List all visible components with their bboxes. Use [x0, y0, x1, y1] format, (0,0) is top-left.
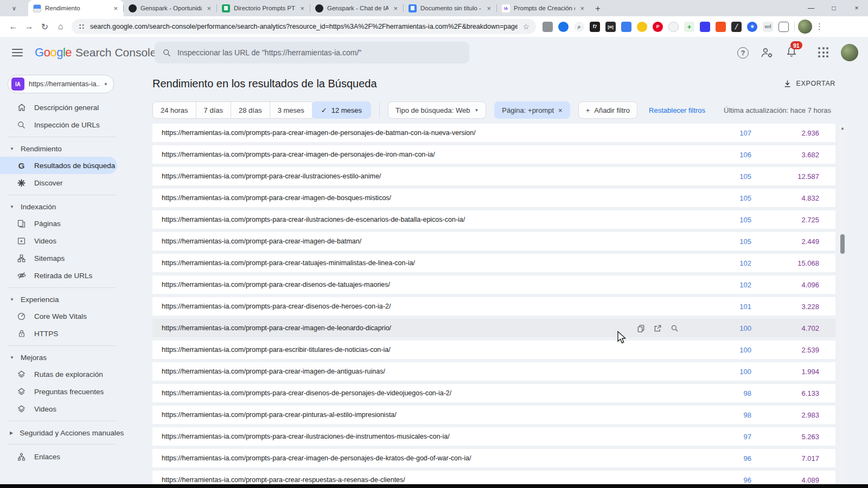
page-url[interactable]: https://herramientas-ia.com/prompt-para-…: [162, 194, 692, 202]
keepa-icon[interactable]: [700, 22, 710, 32]
compass-icon[interactable]: [668, 22, 679, 32]
tab-rendimiento[interactable]: Rendimiento ×: [28, 0, 124, 16]
url-text[interactable]: search.google.com/search-console/perform…: [90, 23, 518, 30]
table-row[interactable]: https://herramientas-ia.com/prompt-para-…: [152, 275, 835, 294]
page-filter-chip[interactable]: Página: +prompt ×: [494, 101, 570, 119]
tab-documento-sin-titulo[interactable]: Documento sin título - Docum ×: [404, 0, 497, 16]
range-12-meses[interactable]: ✓12 meses: [312, 101, 371, 119]
add-filter-button[interactable]: + Añadir filtro: [578, 101, 637, 119]
browser-blue-icon[interactable]: [558, 22, 569, 32]
tab-genspark-chat[interactable]: Genspark - Chat de IA ×: [310, 0, 404, 16]
pinterest-icon[interactable]: P: [653, 22, 663, 32]
site-info-icon[interactable]: [78, 23, 85, 30]
remove-filter-icon[interactable]: ×: [558, 106, 563, 114]
sidebar-item-core-web-vitals[interactable]: Core Web Vitals: [0, 307, 117, 325]
table-row[interactable]: https://herramientas-ia.com/prompt-para-…: [152, 406, 835, 424]
page-url[interactable]: https://herramientas-ia.com/prompts-para…: [162, 433, 692, 440]
sidebar-item-resultados-busqueda[interactable]: G Resultados de búsqueda: [0, 157, 117, 174]
search-icon[interactable]: [671, 324, 679, 332]
vertical-scrollbar[interactable]: ▲: [839, 124, 846, 488]
maximize-button[interactable]: □: [822, 0, 845, 16]
tab-directorio-prompts[interactable]: Directorio Prompts PT - Hojas ×: [217, 0, 310, 16]
page-url[interactable]: https://herramientas-ia.com/prompt-para-…: [162, 324, 637, 332]
table-row[interactable]: https://herramientas-ia.com/prompts-para…: [152, 297, 835, 316]
sidebar-item-sitemaps[interactable]: Sitemaps: [0, 249, 117, 267]
sidebar-item-descripcion-general[interactable]: Descripción general: [0, 99, 117, 116]
close-icon[interactable]: ×: [579, 4, 585, 12]
page-url[interactable]: https://herramientas-ia.com/prompts-para…: [162, 216, 692, 223]
sidebar-item-videos-index[interactable]: Videos: [0, 232, 117, 249]
sidebar-item-rutas-exploracion[interactable]: Rutas de exploración: [0, 365, 117, 383]
sidebar-section-mejoras[interactable]: ▼ Mejoras: [0, 349, 148, 365]
page-url[interactable]: https://herramientas-ia.com/prompt-para-…: [162, 172, 692, 180]
sidebar-section-experiencia[interactable]: ▼ Experiencia: [0, 291, 148, 307]
extensions-puzzle-icon[interactable]: [778, 22, 789, 32]
open-in-new-icon[interactable]: [654, 324, 662, 332]
copy-icon[interactable]: [637, 324, 645, 332]
home-icon[interactable]: ⌂: [53, 19, 68, 35]
wordtune-icon[interactable]: wd: [763, 22, 773, 32]
table-row[interactable]: https://herramientas-ia.com/prompt-para-…: [152, 189, 835, 207]
page-url[interactable]: https://herramientas-ia.com/prompt-para-…: [162, 411, 692, 419]
table-row[interactable]: https://herramientas-ia.com/prompts-para…: [152, 124, 835, 142]
sidebar-item-discover[interactable]: Discover: [0, 174, 117, 191]
table-row[interactable]: https://herramientas-ia.com/prompts-para…: [152, 449, 835, 467]
google-apps-grid-icon[interactable]: [818, 47, 829, 58]
new-tab-button[interactable]: +: [590, 1, 605, 16]
account-avatar[interactable]: [841, 44, 858, 61]
range-24-horas[interactable]: 24 horas: [152, 101, 196, 119]
page-url[interactable]: https://herramientas-ia.com/prompt-para-…: [162, 346, 692, 354]
address-bar[interactable]: search.google.com/search-console/perform…: [72, 19, 536, 34]
reload-icon[interactable]: ↻: [37, 19, 53, 35]
close-icon[interactable]: ×: [299, 4, 305, 12]
table-row[interactable]: https://herramientas-ia.com/prompt-para-…: [152, 167, 835, 185]
range-28-dias[interactable]: 28 días: [231, 101, 270, 119]
sidebar-section-seguridad[interactable]: ▶ Seguridad y Acciones manuales: [0, 425, 148, 441]
close-window-button[interactable]: ×: [845, 0, 868, 16]
table-row-hovered[interactable]: https://herramientas-ia.com/prompt-para-…: [152, 319, 835, 337]
export-button[interactable]: EXPORTAR: [783, 80, 835, 88]
back-icon[interactable]: ←: [5, 19, 21, 35]
page-url[interactable]: https://herramientas-ia.com/prompt-para-…: [162, 368, 692, 375]
minimize-button[interactable]: —: [800, 0, 822, 16]
browser-menu-icon[interactable]: ⋮: [812, 22, 827, 31]
gsc-logo[interactable]: Google Search Console: [35, 46, 156, 60]
wave-icon[interactable]: [w]: [605, 22, 616, 32]
orange-box-icon[interactable]: [716, 22, 726, 32]
hamburger-menu-icon[interactable]: [12, 49, 23, 56]
sidebar-section-indexacion[interactable]: ▼ Indexación: [0, 198, 148, 215]
page-url[interactable]: https://herramientas-ia.com/prompts-para…: [162, 303, 692, 310]
sidebar-section-rendimiento[interactable]: ▼ Rendimiento: [0, 140, 148, 157]
magnifier-icon[interactable]: ⌕: [574, 22, 584, 32]
range-7-dias[interactable]: 7 días: [196, 101, 231, 119]
table-row[interactable]: https://herramientas-ia.com/prompts-para…: [152, 145, 835, 164]
page-url[interactable]: https://herramientas-ia.com/prompts-para…: [162, 389, 692, 397]
bookmark-star-icon[interactable]: ☆: [522, 22, 529, 31]
sidebar-item-retirada-urls[interactable]: Retirada de URLs: [0, 267, 117, 284]
table-row[interactable]: https://herramientas-ia.com/prompt-para-…: [152, 362, 835, 381]
pen-icon[interactable]: ╱: [731, 22, 742, 32]
table-row[interactable]: https://herramientas-ia.com/prompts-para…: [152, 210, 835, 229]
property-selector[interactable]: IA https://herramientas-ia... ▼: [8, 75, 114, 93]
sidebar-item-videos-mejoras[interactable]: Videos: [0, 400, 117, 418]
forward-icon[interactable]: →: [21, 19, 37, 35]
help-icon[interactable]: ?: [737, 47, 749, 59]
green-plus-icon[interactable]: +: [684, 22, 694, 32]
f7-icon[interactable]: f7: [590, 22, 600, 32]
page-url[interactable]: https://herramientas-ia.com/prompts-para…: [162, 151, 692, 158]
reset-filters-link[interactable]: Restablecer filtros: [649, 106, 705, 114]
close-icon[interactable]: ×: [486, 4, 492, 12]
sidebar-item-preguntas-frecuentes[interactable]: Preguntas frecuentes: [0, 383, 117, 400]
table-row[interactable]: https://herramientas-ia.com/prompts-para…: [152, 384, 835, 402]
bee-icon[interactable]: [637, 22, 647, 32]
table-row[interactable]: https://herramientas-ia.com/prompt-para-…: [152, 341, 835, 359]
close-icon[interactable]: ×: [206, 4, 212, 12]
table-row[interactable]: https://herramientas-ia.com/prompt-para-…: [152, 232, 835, 251]
page-url[interactable]: https://herramientas-ia.com/prompts-para…: [162, 454, 692, 462]
page-url[interactable]: https://herramientas-ia.com/prompts-para…: [162, 129, 692, 137]
page-url[interactable]: https://herramientas-ia.com/prompt-para-…: [162, 259, 692, 267]
page-url[interactable]: https://herramientas-ia.com/prompt-para-…: [162, 237, 692, 245]
snowflake-icon[interactable]: ✳: [747, 22, 757, 32]
sidebar-item-https[interactable]: HTTPS: [0, 325, 117, 342]
tab-search-icon[interactable]: ∨: [0, 0, 28, 16]
